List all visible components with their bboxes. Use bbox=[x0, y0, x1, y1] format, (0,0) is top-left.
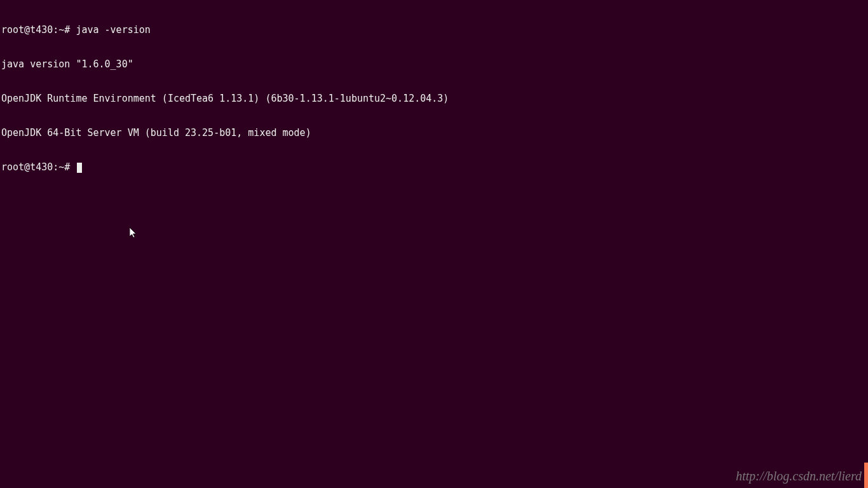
terminal-line: root@t430:~# java -version bbox=[1, 24, 867, 36]
terminal-line: root@t430:~# bbox=[1, 161, 867, 173]
mouse-pointer-icon bbox=[130, 227, 137, 239]
terminal-cursor bbox=[77, 163, 82, 173]
shell-command: java -version bbox=[70, 24, 150, 36]
terminal-output-line: java version "1.6.0_30" bbox=[1, 58, 867, 70]
terminal-output-line: OpenJDK Runtime Environment (IcedTea6 1.… bbox=[1, 93, 867, 104]
terminal-window[interactable]: root@t430:~# java -version java version … bbox=[0, 0, 868, 186]
shell-prompt: root@t430:~# bbox=[1, 161, 70, 173]
scrollbar-indicator bbox=[864, 463, 868, 488]
shell-prompt: root@t430:~# bbox=[1, 24, 70, 36]
watermark-text: http://blog.csdn.net/lierd bbox=[736, 470, 862, 482]
terminal-output-line: OpenJDK 64-Bit Server VM (build 23.25-b0… bbox=[1, 127, 867, 139]
shell-command bbox=[70, 161, 76, 173]
